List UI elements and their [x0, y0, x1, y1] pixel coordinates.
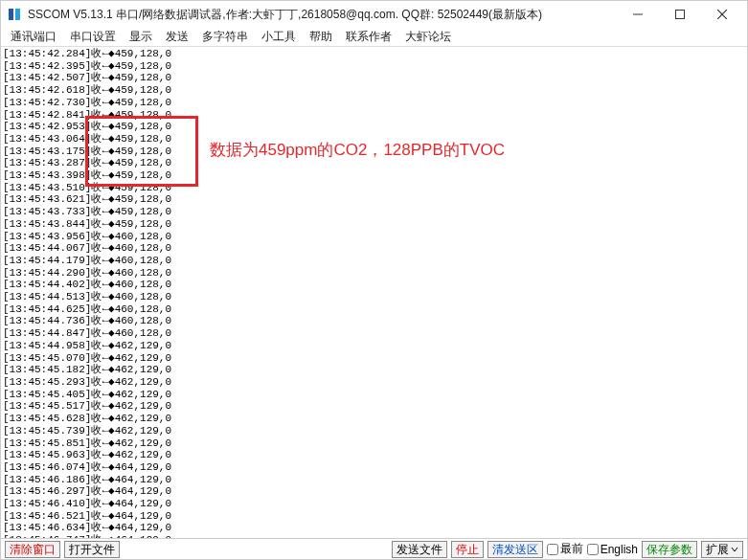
expand-button[interactable]: 扩展	[701, 541, 743, 558]
svg-rect-1	[15, 9, 20, 20]
topmost-checkbox-input[interactable]	[547, 544, 558, 555]
window-title: SSCOM V5.13.1 串口/网络数据调试器,作者:大虾丁丁,2618058…	[28, 7, 617, 23]
menu-help[interactable]: 帮助	[309, 29, 332, 45]
save-params-button[interactable]: 保存参数	[642, 541, 697, 558]
menu-send[interactable]: 发送	[166, 29, 189, 45]
topmost-checkbox[interactable]: 最前	[547, 541, 583, 557]
menu-port[interactable]: 通讯端口	[11, 29, 57, 45]
english-label: English	[601, 543, 638, 556]
open-file-button[interactable]: 打开文件	[64, 541, 120, 558]
titlebar: SSCOM V5.13.1 串口/网络数据调试器,作者:大虾丁丁,2618058…	[1, 1, 747, 28]
bottom-toolbar: 清除窗口 打开文件 发送文件 停止 清发送区 最前 English 保存参数 扩…	[1, 538, 747, 559]
menu-forum[interactable]: 大虾论坛	[405, 29, 451, 45]
chevron-down-icon	[731, 546, 738, 553]
app-icon	[7, 7, 22, 22]
send-file-button[interactable]: 发送文件	[392, 541, 447, 558]
serial-log[interactable]: [13:45:42.284]收←◆459,128,0 [13:45:42.395…	[1, 47, 747, 538]
log-area-wrap: [13:45:42.284]收←◆459,128,0 [13:45:42.395…	[1, 47, 747, 538]
clear-send-button[interactable]: 清发送区	[487, 541, 543, 558]
menu-display[interactable]: 显示	[129, 29, 152, 45]
english-checkbox[interactable]: English	[587, 543, 638, 556]
topmost-label: 最前	[560, 541, 583, 557]
annotation-text: 数据为459ppm的CO2，128PPB的TVOC	[210, 139, 505, 161]
menubar: 通讯端口 串口设置 显示 发送 多字符串 小工具 帮助 联系作者 大虾论坛	[1, 28, 747, 47]
clear-window-button[interactable]: 清除窗口	[5, 541, 60, 558]
menu-contact[interactable]: 联系作者	[346, 29, 392, 45]
expand-label: 扩展	[706, 544, 729, 555]
menu-serial-settings[interactable]: 串口设置	[70, 29, 116, 45]
english-checkbox-input[interactable]	[587, 544, 599, 555]
menu-multistring[interactable]: 多字符串	[202, 29, 248, 45]
close-button[interactable]	[701, 3, 743, 26]
minimize-button[interactable]	[617, 3, 659, 26]
svg-rect-3	[676, 11, 685, 19]
svg-rect-0	[9, 9, 13, 20]
stop-button[interactable]: 停止	[451, 541, 484, 558]
maximize-button[interactable]	[659, 3, 701, 26]
menu-tools[interactable]: 小工具	[261, 29, 296, 45]
